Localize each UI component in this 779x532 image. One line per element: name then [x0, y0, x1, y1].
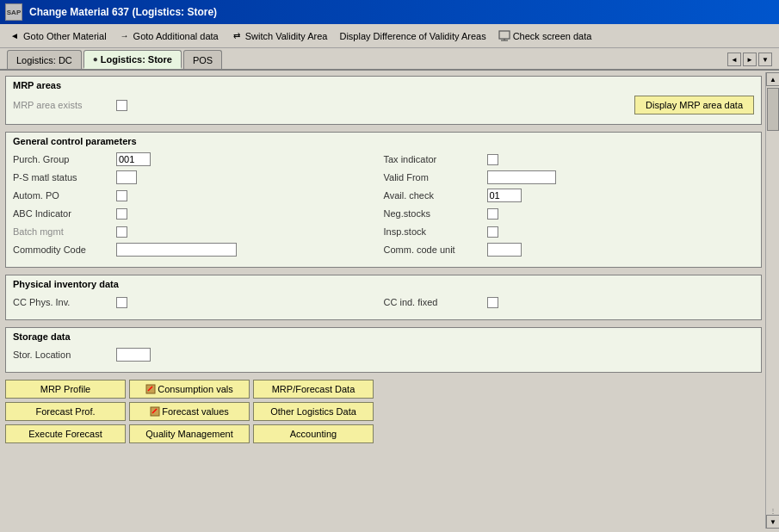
tab-nav-left[interactable]: ◄ — [727, 53, 741, 66]
menu-check-screen[interactable]: Check screen data — [493, 28, 597, 44]
scrollbar: ▲ ⋮ ▼ — [765, 72, 779, 529]
section-physical-title: Physical inventory data — [13, 279, 754, 289]
mrp-area-exists-checkbox[interactable] — [116, 100, 127, 111]
menu-goto-other-material[interactable]: ◄ Goto Other Material — [3, 28, 112, 44]
section-storage-title: Storage data — [13, 331, 754, 342]
purch-group-input[interactable] — [116, 152, 151, 166]
scroll-thumb[interactable] — [767, 88, 779, 131]
section-general-title: General control parameters — [13, 136, 754, 146]
insp-stock-checkbox[interactable] — [487, 226, 498, 238]
section-physical-inventory: Physical inventory data CC Phys. Inv. CC… — [5, 275, 762, 320]
mrp-forecast-data-button[interactable]: MRP/Forecast Data — [253, 380, 374, 399]
forecast-values-button[interactable]: Forecast values — [129, 402, 250, 421]
tab-logistics-dc[interactable]: Logistics: DC — [7, 50, 82, 69]
stor-location-input[interactable] — [116, 348, 151, 362]
consumption-icon — [145, 383, 158, 395]
avail-check-input[interactable] — [487, 189, 522, 202]
insp-stock-label: Insp.stock — [384, 226, 487, 237]
valid-from-input[interactable] — [487, 170, 556, 184]
menu-switch-validity[interactable]: ⇄ Switch Validity Area — [226, 28, 333, 44]
scroll-grip-area: ⋮ — [766, 508, 779, 515]
commodity-code-input[interactable] — [116, 243, 237, 257]
check-screen-icon — [498, 30, 510, 42]
execute-forecast-button[interactable]: Execute Forecast — [5, 424, 126, 443]
tax-indicator-checkbox[interactable] — [487, 154, 498, 165]
mrp-profile-button[interactable]: MRP Profile — [5, 380, 126, 399]
svg-rect-0 — [499, 31, 510, 39]
scroll-up-button[interactable]: ▲ — [766, 72, 779, 86]
avail-check-label: Avail. check — [384, 190, 487, 201]
menu-goto-additional-data[interactable]: → Goto Additional data — [114, 28, 224, 44]
batch-mgmt-label: Batch mgmt — [13, 226, 116, 237]
autom-po-label: Autom. PO — [13, 190, 116, 201]
section-mrp-areas: MRP areas MRP area exists Display MRP ar… — [5, 76, 762, 125]
tab-logistics-store[interactable]: ● Logistics: Store — [83, 50, 182, 69]
other-logistics-data-button[interactable]: Other Logistics Data — [253, 402, 374, 421]
accounting-button[interactable]: Accounting — [253, 424, 374, 443]
menu-display-difference[interactable]: Display Difference of Validity Areas — [334, 29, 491, 43]
commodity-code-label: Commodity Code — [13, 244, 116, 255]
mrp-area-exists-label: MRP area exists — [13, 100, 116, 110]
batch-mgmt-checkbox[interactable] — [116, 226, 127, 238]
neg-stocks-label: Neg.stocks — [384, 208, 487, 219]
ps-matl-status-label: P-S matl status — [13, 172, 116, 182]
tab-nav-right[interactable]: ► — [743, 53, 757, 66]
switch-icon: ⇄ — [231, 30, 243, 42]
scroll-track — [766, 86, 779, 506]
cc-ind-fixed-label: CC ind. fixed — [384, 297, 487, 307]
section-general-control: General control parameters Purch. Group … — [5, 132, 762, 268]
app-icon: SAP — [5, 3, 22, 21]
valid-from-label: Valid From — [384, 172, 487, 182]
abc-indicator-checkbox[interactable] — [116, 208, 127, 220]
tab-bar: Logistics: DC ● Logistics: Store POS ◄ ►… — [0, 48, 779, 71]
comm-code-unit-label: Comm. code unit — [384, 244, 487, 255]
title-bar: SAP Change Material 637 (Logistics: Stor… — [0, 0, 779, 24]
scroll-down-button[interactable]: ▼ — [766, 515, 779, 529]
window-title: Change Material 637 (Logistics: Store) — [29, 6, 217, 18]
neg-stocks-checkbox[interactable] — [487, 208, 498, 220]
section-mrp-areas-title: MRP areas — [13, 80, 754, 90]
tab-pos[interactable]: POS — [183, 50, 222, 69]
tab-nav-menu[interactable]: ▼ — [758, 53, 772, 66]
abc-indicator-label: ABC Indicator — [13, 208, 116, 219]
consumption-vals-button[interactable]: Consumption vals — [129, 380, 250, 399]
purch-group-label: Purch. Group — [13, 154, 116, 164]
cc-ind-fixed-checkbox[interactable] — [487, 297, 498, 308]
display-mrp-area-data-button[interactable]: Display MRP area data — [634, 96, 754, 114]
menu-bar: ◄ Goto Other Material → Goto Additional … — [0, 24, 779, 48]
forecast-prof-button[interactable]: Forecast Prof. — [5, 402, 126, 421]
action-buttons-area: MRP Profile Consumption vals MRP/Forecas… — [5, 380, 762, 443]
ps-matl-status-input[interactable] — [116, 170, 137, 184]
tax-indicator-label: Tax indicator — [384, 154, 487, 164]
forecast-values-icon — [150, 405, 162, 418]
goto-additional-icon: → — [119, 30, 131, 42]
comm-code-unit-input[interactable] — [487, 243, 522, 257]
stor-location-label: Stor. Location — [13, 350, 116, 360]
cc-phys-inv-checkbox[interactable] — [116, 297, 127, 308]
cc-phys-inv-label: CC Phys. Inv. — [13, 297, 116, 307]
goto-other-icon: ◄ — [9, 30, 21, 42]
quality-management-button[interactable]: Quality Management — [129, 424, 250, 443]
section-storage-data: Storage data Stor. Location — [5, 327, 762, 373]
autom-po-checkbox[interactable] — [116, 190, 127, 201]
